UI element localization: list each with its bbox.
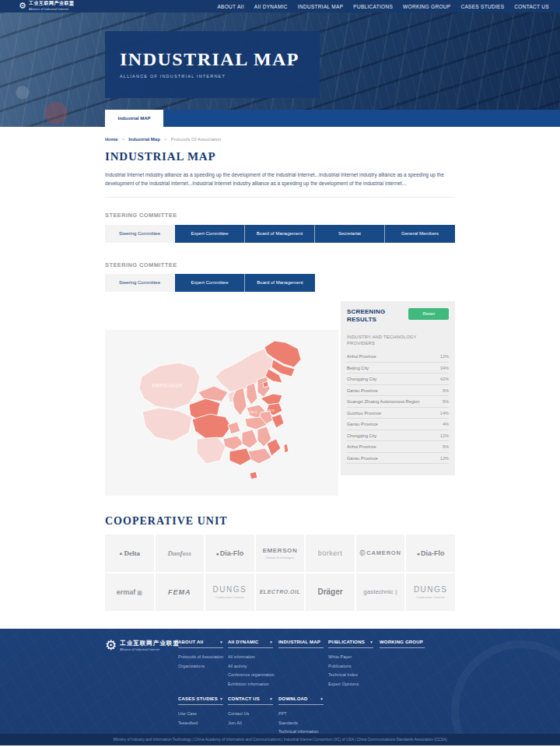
footer-col-publications-header[interactable]: PUBLICATIONS ▼	[328, 640, 373, 648]
footer-col-working-group: WORKING GROUP	[380, 640, 425, 648]
nav-item-about[interactable]: ABOUT AII	[217, 4, 243, 9]
map-label-xinjiang: 新疆维吾尔自治区	[152, 383, 183, 388]
partner-logo-gastechnic[interactable]: gastechnic	[356, 573, 405, 611]
footer-link[interactable]: Expert Opinions	[328, 680, 373, 689]
footer-link[interactable]: Organizations	[178, 662, 223, 672]
footer-link[interactable]: Join AII	[228, 719, 273, 728]
screening-row[interactable]: Gansu Province 4%	[347, 419, 449, 430]
chevron-down-icon: ▼	[369, 640, 373, 644]
footer-col-working-group-header[interactable]: WORKING GROUP	[380, 640, 425, 648]
province-sichuan[interactable]	[192, 414, 231, 439]
footer-col-cases-header[interactable]: CASES STUDIES ▼	[178, 696, 223, 705]
tab-expert-committee[interactable]: Expert Committee	[175, 225, 245, 243]
partner-logo-electro-oil[interactable]: ELECTRO.OIL	[256, 573, 305, 611]
province-beijing[interactable]	[263, 381, 268, 388]
province-guangdong[interactable]	[248, 448, 271, 464]
footer-link[interactable]: Technical Index	[328, 671, 373, 680]
province-yunnan[interactable]	[197, 437, 226, 464]
partner-logo-burkert[interactable]: bürkert	[306, 535, 355, 572]
breadcrumb-industrial-map[interactable]: Industrial Map	[128, 137, 160, 142]
province-hainan[interactable]	[250, 472, 257, 479]
province-guangxi[interactable]	[229, 448, 251, 465]
province-guizhou[interactable]	[223, 436, 243, 450]
partner-logo-fema[interactable]: FEMA	[156, 573, 205, 611]
footer-col-industrial-map-header[interactable]: INDUSTRIAL MAP	[278, 640, 324, 648]
footer-col-download-header[interactable]: DOWNLOAD ▼	[278, 696, 324, 705]
screening-row[interactable]: Anhui Province 5%	[347, 441, 449, 453]
footer-link[interactable]: PPT	[278, 710, 324, 719]
screening-row-value: 14%	[440, 411, 449, 416]
tab-expert-committee-2[interactable]: Expert Committee	[175, 274, 245, 292]
footer-col-dynamic: AII DYNAMIC ▼ All information All activi…	[228, 640, 273, 689]
bottom-bar-text: Ministry of Industry and Information Tec…	[113, 738, 446, 742]
footer-link[interactable]: All activity	[228, 662, 273, 672]
footer-link[interactable]: White Paper	[328, 653, 373, 662]
breadcrumb-home[interactable]: Home	[105, 137, 118, 142]
partner-logo-dia-flo-2[interactable]: Dia-Flo	[406, 535, 455, 572]
footer-link[interactable]: All information	[228, 653, 273, 662]
province-hunan[interactable]	[242, 430, 257, 448]
footer-link[interactable]: Conference organization	[228, 671, 273, 680]
screening-row[interactable]: Beijing City 34%	[347, 363, 449, 374]
brand-logo[interactable]: ⚙ 工业互联网产业联盟 Alliance of Industrial Inter…	[19, 0, 74, 11]
screening-row-name: Gansu Province	[347, 456, 378, 461]
screening-row-name: Chongqing City	[347, 377, 376, 381]
province-gansu[interactable]	[198, 386, 228, 402]
footer-link[interactable]: Contact Us	[228, 710, 273, 719]
province-zhejiang[interactable]	[271, 414, 284, 428]
screening-row-name: Guizhou Province	[347, 411, 381, 416]
tab-board-of-management[interactable]: Board of Management	[245, 225, 315, 243]
footer-link[interactable]: Protocols of Association	[178, 653, 223, 662]
map-label-henan: 河南省	[248, 410, 257, 414]
footer-brand-cn: 工业互联网产业联盟	[120, 640, 180, 647]
tab-steering-committee-2[interactable]: Steering Committee	[105, 274, 175, 292]
footer-link[interactable]: Exhibition information	[228, 680, 273, 689]
nav-item-dynamic[interactable]: AII DYNAMIC	[254, 4, 288, 9]
tab-general-members[interactable]: General Members	[385, 225, 455, 243]
nav-item-industrial-map[interactable]: INDUSTRIAL MAP	[298, 4, 344, 9]
hero-tab-industrial-map[interactable]: Industrial MAP	[105, 110, 163, 127]
nav-item-cases-studies[interactable]: CASES STUDIES	[460, 4, 504, 9]
footer-brand-logo[interactable]: ⚙ 工业互联网产业联盟 Alliance of Industrial Inter…	[105, 640, 180, 651]
screening-row[interactable]: Anhui Province 12%	[347, 351, 449, 363]
screening-row-value: 5%	[443, 444, 449, 449]
screening-row[interactable]: Chongqing City 42%	[347, 374, 449, 385]
partner-logo-danfoss[interactable]: Danfoss	[156, 535, 205, 572]
footer-col-dynamic-header[interactable]: AII DYNAMIC ▼	[228, 640, 273, 648]
footer-col-contact-header[interactable]: CONTACT US ▼	[228, 696, 273, 705]
nav-item-working-group[interactable]: WORKING GROUP	[403, 4, 450, 9]
partner-logo-delta[interactable]: Delta	[105, 535, 154, 572]
footer-col-about-header[interactable]: ABOUT AII ▼	[178, 640, 223, 648]
footer-link[interactable]: Testedbed	[178, 719, 223, 728]
footer-link[interactable]: Standards	[278, 719, 324, 728]
footer-link[interactable]: Publications	[328, 662, 373, 672]
partner-logo-drager[interactable]: Dräger	[306, 573, 355, 611]
china-choropleth-map: 新疆维吾尔自治区 河南省 江苏省	[105, 330, 338, 496]
partner-logo-cameron[interactable]: CAMERON	[356, 535, 405, 572]
province-shanxi[interactable]	[247, 383, 257, 405]
tab-secretariat[interactable]: Secretariat	[315, 225, 385, 243]
partner-logo-dia-flo[interactable]: Dia-Flo	[205, 535, 254, 572]
screening-row[interactable]: Guizhou Province 14%	[347, 408, 449, 419]
partner-logo-ermaf[interactable]: ermaf	[105, 573, 154, 611]
footer-col-about: ABOUT AII ▼ Protocols of Association Org…	[178, 640, 223, 672]
province-tibet[interactable]	[142, 408, 192, 441]
screening-row[interactable]: Gansu Province 5%	[347, 385, 449, 397]
province-taiwan[interactable]	[284, 444, 289, 453]
footer-link[interactable]: Use Case	[178, 710, 223, 719]
screening-results-panel: SCREENING RESULTS Reset INDUSTRY AND TEC…	[341, 301, 455, 475]
partner-logo-dungs-2[interactable]: DUNGSCombustion Controls	[406, 573, 455, 611]
nav-item-contact-us[interactable]: CONTACT US	[514, 4, 549, 9]
tab-steering-committee[interactable]: Steering Committee	[105, 225, 175, 243]
partner-logo-emerson[interactable]: EMERSONClimate Technologies	[256, 535, 305, 572]
screening-row[interactable]: Gansu Province 12%	[347, 453, 449, 465]
section-heading-steering-committee-1: STEERING COMMITTEE	[105, 212, 455, 219]
screening-row[interactable]: Chongqing City 12%	[347, 430, 449, 442]
partner-logo-dungs[interactable]: DUNGSCombustion Controls	[205, 573, 254, 611]
screening-category-label: INDUSTRY AND TECHNOLOGY PROVIDERS	[347, 334, 425, 347]
footer-link[interactable]: Technical information	[278, 728, 324, 733]
reset-button[interactable]: Reset	[408, 308, 449, 320]
nav-item-publications[interactable]: PUBLICATIONS	[353, 4, 393, 9]
screening-row[interactable]: Guangxi Zhuang Autonomous Region 5%	[347, 396, 449, 408]
tab-board-of-management-2[interactable]: Board of Management	[245, 274, 315, 292]
